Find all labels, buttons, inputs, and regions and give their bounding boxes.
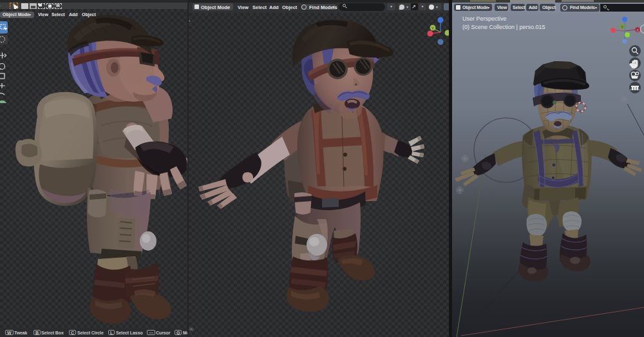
svg-text:X: X: [636, 28, 639, 32]
svg-text:Y: Y: [621, 25, 623, 29]
